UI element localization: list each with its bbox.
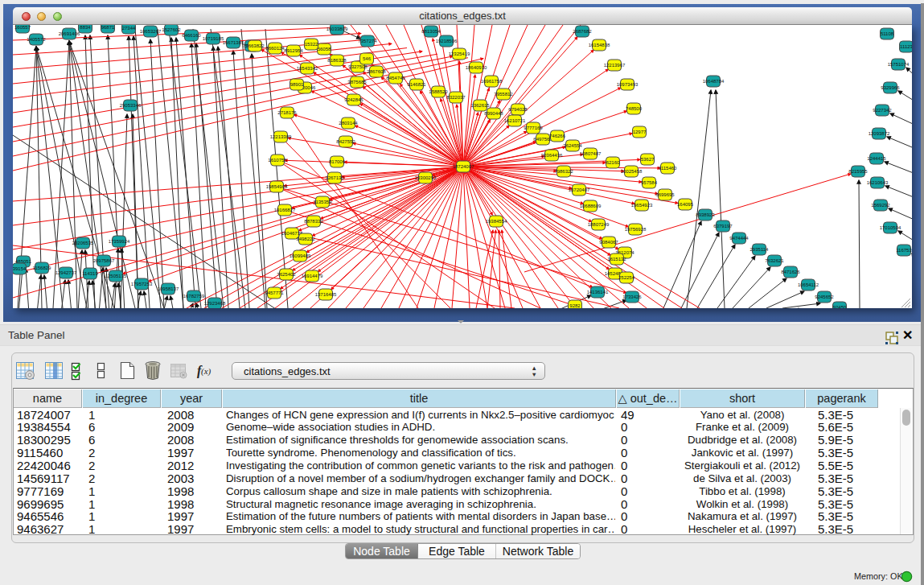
svg-text:16671385: 16671385 <box>223 40 244 45</box>
svg-text:1156829: 1156829 <box>33 266 52 270</box>
svg-text:12093872: 12093872 <box>869 131 890 136</box>
svg-text:19654923: 19654923 <box>631 203 653 208</box>
svg-text:3624554: 3624554 <box>563 143 582 148</box>
svg-text:12942737: 12942737 <box>55 270 77 275</box>
svg-text:748500: 748500 <box>626 106 643 111</box>
svg-text:114319: 114319 <box>82 271 98 276</box>
svg-text:160557: 160557 <box>14 25 31 30</box>
svg-text:9777169: 9777169 <box>524 126 543 130</box>
svg-text:9245652: 9245652 <box>815 295 834 299</box>
svg-text:8454749: 8454749 <box>386 76 405 80</box>
svg-text:92450: 92450 <box>833 305 847 308</box>
svg-text:957584: 957584 <box>641 180 658 185</box>
svg-text:12505135: 12505135 <box>105 274 127 278</box>
svg-text:10653267: 10653267 <box>140 29 162 34</box>
svg-text:7357274: 7357274 <box>358 39 377 43</box>
svg-text:10973493: 10973493 <box>617 82 639 87</box>
svg-text:12213967: 12213967 <box>604 63 626 68</box>
svg-text:10688609: 10688609 <box>580 204 602 208</box>
svg-text:746266: 746266 <box>549 134 566 138</box>
svg-text:546: 546 <box>363 56 372 61</box>
svg-text:29053346: 29053346 <box>120 103 142 108</box>
svg-text:23300293: 23300293 <box>415 175 437 180</box>
svg-text:3267130: 3267130 <box>325 175 344 180</box>
svg-text:16099489: 16099489 <box>290 253 311 258</box>
svg-text:10958137: 10958137 <box>158 286 179 291</box>
svg-text:12325419: 12325419 <box>449 51 470 56</box>
svg-text:8471626: 8471626 <box>781 270 800 274</box>
svg-text:16210643: 16210643 <box>867 180 889 185</box>
svg-text:9227342: 9227342 <box>873 108 892 113</box>
svg-text:8813054: 8813054 <box>421 29 441 34</box>
svg-text:2803144: 2803144 <box>339 121 358 126</box>
svg-text:16210721: 16210721 <box>504 118 526 123</box>
svg-text:16961758: 16961758 <box>481 79 503 84</box>
svg-text:8186328: 8186328 <box>327 58 347 63</box>
svg-text:7986322: 7986322 <box>554 169 573 174</box>
svg-text:(x): (x) <box>201 366 211 377</box>
svg-text:7632621: 7632621 <box>765 258 784 263</box>
svg-text:2867608: 2867608 <box>367 69 386 74</box>
svg-text:13716485: 13716485 <box>315 292 337 297</box>
svg-text:6466160: 6466160 <box>182 33 201 38</box>
svg-text:1569292: 1569292 <box>871 203 890 208</box>
svg-text:39154: 39154 <box>13 266 27 271</box>
svg-text:12977: 12977 <box>633 130 647 134</box>
svg-text:8427552: 8427552 <box>336 139 355 144</box>
svg-text:9146821: 9146821 <box>407 82 426 87</box>
svg-text:56058: 56058 <box>318 47 331 51</box>
svg-text:6794028: 6794028 <box>508 107 528 112</box>
svg-text:3875685: 3875685 <box>347 80 367 84</box>
svg-text:15322: 15322 <box>305 42 318 47</box>
svg-text:20691406: 20691406 <box>59 31 80 36</box>
svg-text:9327508: 9327508 <box>348 64 368 69</box>
svg-text:20206535: 20206535 <box>72 241 94 245</box>
svg-text:19384554: 19384554 <box>486 219 507 224</box>
svg-text:8322037: 8322037 <box>446 95 466 100</box>
svg-text:8660124: 8660124 <box>265 46 285 51</box>
svg-text:7955812: 7955812 <box>494 92 513 97</box>
svg-text:18807249: 18807249 <box>588 222 610 227</box>
svg-text:18724007: 18724007 <box>453 164 474 169</box>
svg-text:1610755: 1610755 <box>268 158 287 163</box>
svg-text:11123: 11123 <box>900 44 912 49</box>
svg-text:15751074: 15751074 <box>888 62 910 67</box>
svg-text:62160: 62160 <box>606 160 620 165</box>
svg-text:51108: 51108 <box>881 31 894 36</box>
svg-text:8878332: 8878332 <box>304 219 323 224</box>
svg-text:1588520: 1588520 <box>429 89 448 94</box>
svg-text:252254: 252254 <box>618 275 635 280</box>
svg-text:53627: 53627 <box>641 157 655 162</box>
svg-text:1405572: 1405572 <box>27 37 46 42</box>
svg-text:18640910: 18640910 <box>466 65 487 70</box>
svg-text:16782759: 16782759 <box>183 294 205 299</box>
svg-text:10648784: 10648784 <box>703 79 725 84</box>
svg-text:17359924: 17359924 <box>109 239 130 244</box>
svg-text:20364436: 20364436 <box>541 153 563 158</box>
svg-text:1527602: 1527602 <box>162 27 181 32</box>
svg-text:1244415: 1244415 <box>867 156 886 161</box>
svg-text:12213389: 12213389 <box>270 134 292 139</box>
svg-text:19854908: 19854908 <box>266 184 288 189</box>
svg-text:9457771: 9457771 <box>265 290 284 295</box>
svg-text:10719185: 10719185 <box>203 36 224 41</box>
svg-text:19166827: 19166827 <box>274 208 296 212</box>
svg-text:8834: 8834 <box>80 25 91 30</box>
svg-text:7625402: 7625402 <box>277 272 296 277</box>
svg-text:10654112: 10654112 <box>798 282 819 287</box>
svg-text:27344: 27344 <box>122 26 136 31</box>
svg-text:8912954: 8912954 <box>284 48 303 53</box>
svg-text:16033809: 16033809 <box>326 27 348 31</box>
svg-text:6379197: 6379197 <box>713 224 733 229</box>
svg-text:1615132: 1615132 <box>607 257 626 262</box>
svg-text:96871: 96871 <box>101 25 115 30</box>
svg-text:1733426: 1733426 <box>622 295 642 299</box>
svg-text:2718176: 2718176 <box>277 110 297 115</box>
svg-text:7663822: 7663822 <box>245 43 265 48</box>
svg-text:2935114: 2935114 <box>750 247 770 252</box>
svg-text:8938923: 8938923 <box>696 212 715 217</box>
svg-text:17010504: 17010504 <box>880 225 901 230</box>
svg-text:14136141: 14136141 <box>587 290 609 295</box>
svg-text:116753: 116753 <box>896 248 912 253</box>
svg-text:9115460: 9115460 <box>659 166 678 171</box>
